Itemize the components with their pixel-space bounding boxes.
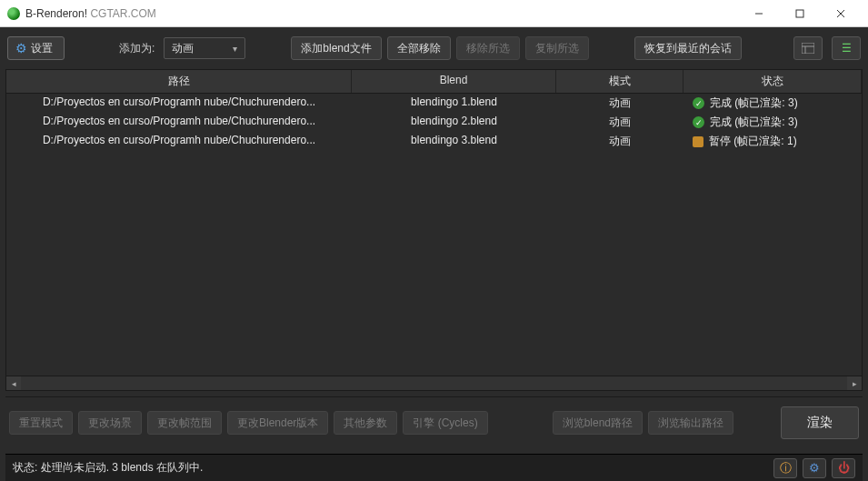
remove-selected-button[interactable]: 移除所选	[456, 36, 520, 60]
browse-blend-button[interactable]: 浏览blend路径	[553, 411, 643, 435]
cell-status: ✓完成 (帧已渲染: 3)	[683, 95, 862, 112]
cell-blend: blendingo 2.blend	[352, 114, 556, 131]
gear-small-icon: ⚙	[809, 461, 820, 475]
card-icon	[802, 43, 814, 54]
bottombar: 重置模式 更改场景 更改帧范围 更改Blender版本 其他参数 引擎 (Cyc…	[5, 396, 863, 448]
table-row[interactable]: D:/Proyectos en curso/Programh nube/Chuc…	[6, 132, 862, 151]
restore-session-button[interactable]: 恢复到最近的会话	[634, 36, 742, 60]
status-text-cell: 完成 (帧已渲染: 3)	[710, 115, 798, 130]
settings-label: 设置	[31, 41, 53, 56]
header-path[interactable]: 路径	[6, 70, 352, 93]
view-list-button[interactable]: ☰	[832, 36, 861, 60]
power-icon: ⏻	[838, 461, 850, 475]
window-title: B-Renderon! CGTAR.COM	[25, 7, 738, 20]
minimize-button[interactable]	[738, 0, 779, 27]
change-blender-button[interactable]: 更改Blender版本	[227, 411, 328, 435]
gear-icon: ⚙	[15, 41, 27, 55]
info-button[interactable]: ⓘ	[773, 458, 797, 478]
titlebar: B-Renderon! CGTAR.COM	[0, 0, 868, 27]
table-body: D:/Proyectos en curso/Programh nube/Chuc…	[6, 94, 862, 376]
svg-rect-1	[796, 10, 803, 17]
view-card-button[interactable]	[793, 36, 823, 60]
table-row[interactable]: D:/Proyectos en curso/Programh nube/Chuc…	[6, 113, 862, 132]
statusbar: 状态: 处理尚未启动. 3 blends 在队列中. ⓘ ⚙ ⏻	[5, 454, 863, 481]
render-button[interactable]: 渲染	[781, 406, 859, 439]
header-blend[interactable]: Blend	[352, 70, 556, 93]
add-as-select[interactable]: 动画	[164, 37, 245, 59]
cell-mode: 动画	[556, 114, 683, 131]
header-mode[interactable]: 模式	[556, 70, 683, 93]
cell-path: D:/Proyectos en curso/Programh nube/Chuc…	[6, 114, 352, 131]
info-icon: ⓘ	[780, 460, 792, 476]
status-text-cell: 完成 (帧已渲染: 3)	[710, 95, 798, 111]
cell-mode: 动画	[556, 133, 683, 150]
list-icon: ☰	[842, 42, 852, 55]
status-done-icon: ✓	[693, 116, 704, 128]
change-scene-button[interactable]: 更改场景	[78, 411, 142, 435]
cell-blend: blendingo 3.blend	[352, 133, 556, 150]
horizontal-scrollbar[interactable]: ◂ ▸	[6, 376, 862, 390]
scroll-track[interactable]	[21, 377, 847, 390]
title-main: B-Renderon!	[25, 7, 87, 20]
remove-all-button[interactable]: 全部移除	[387, 36, 451, 60]
scroll-left-arrow[interactable]: ◂	[6, 376, 21, 391]
status-done-icon: ✓	[693, 97, 704, 109]
title-sub: CGTAR.COM	[90, 7, 155, 20]
topbar: ⚙ 设置 添加为: 动画 添加blend文件 全部移除 移除所选 复制所选 恢复…	[5, 33, 863, 64]
settings-small-button[interactable]: ⚙	[803, 458, 826, 478]
app-icon	[7, 7, 20, 20]
add-as-label: 添加为:	[119, 41, 155, 56]
svg-rect-4	[802, 43, 814, 54]
engine-button[interactable]: 引擎 (Cycles)	[403, 411, 487, 435]
cell-path: D:/Proyectos en curso/Programh nube/Chuc…	[6, 95, 352, 112]
reset-mode-button[interactable]: 重置模式	[9, 411, 73, 435]
add-blend-button[interactable]: 添加blend文件	[291, 36, 381, 60]
app-body: ⚙ 设置 添加为: 动画 添加blend文件 全部移除 移除所选 复制所选 恢复…	[0, 27, 868, 481]
status-pause-icon	[693, 136, 703, 147]
browse-output-button[interactable]: 浏览输出路径	[648, 411, 733, 435]
status-text-cell: 暂停 (帧已渲染: 1)	[709, 134, 797, 149]
table-row[interactable]: D:/Proyectos en curso/Programh nube/Chuc…	[6, 94, 862, 113]
status-text: 状态: 处理尚未启动. 3 blends 在队列中.	[13, 460, 773, 476]
change-range-button[interactable]: 更改帧范围	[147, 411, 222, 435]
settings-button[interactable]: ⚙ 设置	[7, 36, 65, 60]
cell-blend: blendingo 1.blend	[352, 95, 556, 112]
copy-selected-button[interactable]: 复制所选	[525, 36, 589, 60]
cell-status: 暂停 (帧已渲染: 1)	[683, 133, 862, 150]
header-status[interactable]: 状态	[683, 70, 862, 93]
close-button[interactable]	[820, 0, 861, 27]
window-controls	[738, 0, 861, 27]
maximize-button[interactable]	[779, 0, 820, 27]
scroll-right-arrow[interactable]: ▸	[847, 376, 862, 391]
cell-status: ✓完成 (帧已渲染: 3)	[683, 114, 862, 131]
cell-path: D:/Proyectos en curso/Programh nube/Chuc…	[6, 133, 352, 150]
queue-table: 路径 Blend 模式 状态 D:/Proyectos en curso/Pro…	[5, 69, 863, 391]
table-head: 路径 Blend 模式 状态	[6, 70, 862, 94]
other-params-button[interactable]: 其他参数	[334, 411, 397, 435]
cell-mode: 动画	[556, 95, 683, 112]
power-button[interactable]: ⏻	[832, 458, 855, 478]
